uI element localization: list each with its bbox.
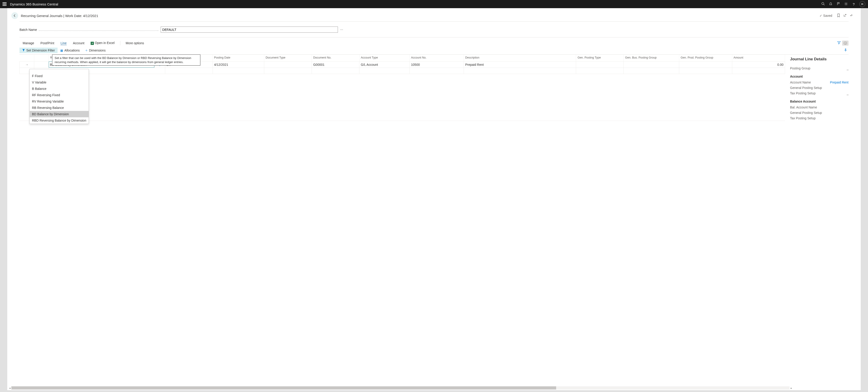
svg-point-0 bbox=[822, 2, 824, 4]
flag-icon[interactable] bbox=[834, 2, 842, 6]
svg-point-2 bbox=[845, 3, 846, 4]
settings-icon[interactable] bbox=[842, 2, 850, 6]
titlebar: Dynamics 365 Business Central ? IK bbox=[0, 0, 868, 8]
app-title: Dynamics 365 Business Central bbox=[10, 2, 58, 6]
search-icon[interactable] bbox=[819, 2, 827, 6]
help-icon[interactable]: ? bbox=[850, 2, 858, 6]
notification-icon[interactable] bbox=[827, 2, 834, 6]
app-launcher-icon[interactable] bbox=[3, 2, 6, 6]
svg-line-1 bbox=[824, 4, 825, 5]
user-avatar[interactable]: IK bbox=[859, 1, 865, 7]
